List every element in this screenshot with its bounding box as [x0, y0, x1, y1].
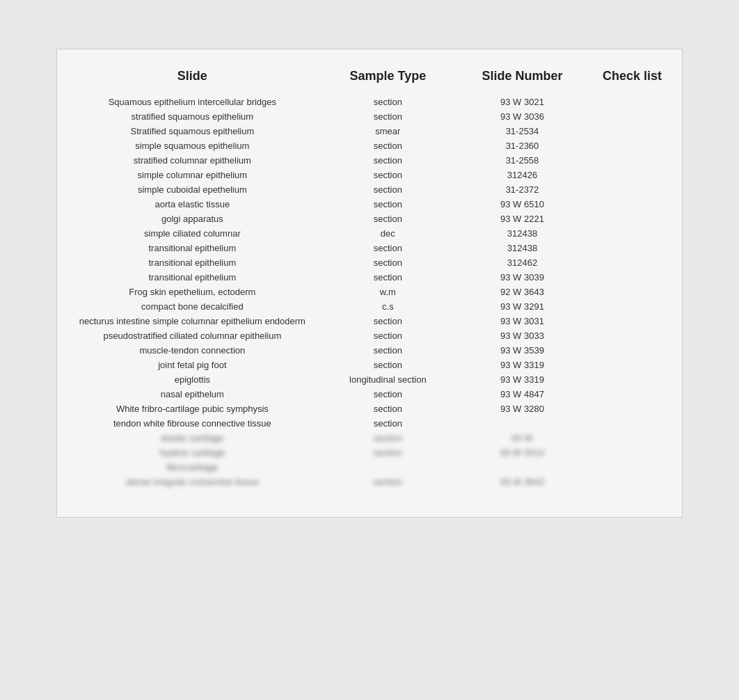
table-row: stratified columnar epithelium section 3… [64, 153, 675, 168]
table-row: White fribro-cartilage pubic symphysis s… [64, 401, 675, 416]
cell-check [589, 358, 675, 372]
cell-sample-type: section [321, 255, 455, 270]
table-row: simple ciliated columnar dec 312438 [64, 226, 675, 241]
cell-slide: aorta elastic tissue [64, 197, 321, 212]
cell-slide-number: 93 W 3014 [455, 445, 589, 460]
cell-slide-number: 93 W 3643 [455, 475, 589, 489]
cell-sample-type: section [321, 445, 455, 460]
cell-sample-type: section [321, 138, 455, 153]
table-row: Squamous epithelium intercellular bridge… [64, 95, 675, 109]
cell-slide: Frog skin epethelium, ectoderm [64, 285, 321, 299]
cell-slide-number: 93 W [455, 431, 589, 445]
cell-check [589, 445, 675, 460]
cell-slide: pseudostratified ciliated columnar epith… [64, 328, 321, 343]
cell-slide-number: 93 W 3039 [455, 270, 589, 285]
table-row: nasal epithelum section 93 W 4847 [64, 387, 675, 401]
table-row: transitional epithelium section 312462 [64, 255, 675, 270]
cell-sample-type: c.s [321, 299, 455, 314]
cell-slide: epiglottis [64, 372, 321, 387]
cell-slide-number: 312438 [455, 241, 589, 255]
cell-slide-number: 93 W 3319 [455, 372, 589, 387]
cell-slide-number: 31-2534 [455, 124, 589, 138]
table-row: compact bone decalcified c.s 93 W 3291 [64, 299, 675, 314]
cell-sample-type: section [321, 343, 455, 358]
cell-slide-number: 312426 [455, 168, 589, 182]
cell-slide-number: 312438 [455, 226, 589, 241]
cell-sample-type: dec [321, 226, 455, 241]
table-row: hyaline cartilage section 93 W 3014 [64, 445, 675, 460]
header-sample-type: Sample Type [321, 63, 455, 95]
cell-sample-type: section [321, 358, 455, 372]
cell-slide-number: 31-2558 [455, 153, 589, 168]
cell-slide: Stratified squamous epithelium [64, 124, 321, 138]
cell-sample-type: section [321, 416, 455, 431]
cell-slide-number: 93 W 3031 [455, 314, 589, 328]
cell-sample-type: smear [321, 124, 455, 138]
cell-slide: transitional epithelium [64, 270, 321, 285]
cell-check [589, 372, 675, 387]
cell-check [589, 431, 675, 445]
cell-slide-number: 93 W 4847 [455, 387, 589, 401]
cell-slide: hyaline cartilage [64, 445, 321, 460]
table-row: muscle-tendon connection section 93 W 35… [64, 343, 675, 358]
cell-sample-type: section [321, 168, 455, 182]
table-row: transitional epithelium section 93 W 303… [64, 270, 675, 285]
cell-check [589, 416, 675, 431]
cell-check [589, 95, 675, 109]
cell-check [589, 343, 675, 358]
cell-sample-type: section [321, 95, 455, 109]
table-row: simple columnar epithelium section 31242… [64, 168, 675, 182]
header-slide: Slide [64, 63, 321, 95]
cell-slide-number: 312462 [455, 255, 589, 270]
cell-slide: compact bone decalcified [64, 299, 321, 314]
slide-table: Slide Sample Type Slide Number Check lis… [64, 63, 675, 489]
cell-slide-number: 92 W 3643 [455, 285, 589, 299]
cell-check [589, 241, 675, 255]
cell-sample-type: section [321, 314, 455, 328]
cell-slide-number [455, 416, 589, 431]
cell-sample-type: section [321, 431, 455, 445]
cell-slide-number: 31-2372 [455, 182, 589, 197]
table-row: tendon white fibrouse connective tissue … [64, 416, 675, 431]
table-row: stratified squamous epithelium section 9… [64, 109, 675, 124]
cell-sample-type: section [321, 212, 455, 226]
cell-slide: muscle-tendon connection [64, 343, 321, 358]
cell-slide: elastic cartilage [64, 431, 321, 445]
table-container: Slide Sample Type Slide Number Check lis… [56, 49, 683, 518]
table-row: dense irregular connective tissue sectio… [64, 475, 675, 489]
cell-slide-number: 93 W 3036 [455, 109, 589, 124]
cell-slide: joint fetal pig foot [64, 358, 321, 372]
cell-slide-number: 93 W 3033 [455, 328, 589, 343]
cell-check [589, 460, 675, 475]
cell-slide: White fribro-cartilage pubic symphysis [64, 401, 321, 416]
cell-check [589, 270, 675, 285]
header-check-list: Check list [589, 63, 675, 95]
cell-slide: necturus intestine simple columnar epith… [64, 314, 321, 328]
cell-slide: simple columnar epithelium [64, 168, 321, 182]
cell-check [589, 226, 675, 241]
table-row: elastic cartilage section 93 W [64, 431, 675, 445]
cell-slide: Squamous epithelium intercellular bridge… [64, 95, 321, 109]
table-row: transitional epithelium section 312438 [64, 241, 675, 255]
cell-slide: golgi apparatus [64, 212, 321, 226]
cell-sample-type: section [321, 197, 455, 212]
cell-slide-number: 31-2360 [455, 138, 589, 153]
table-row: Stratified squamous epithelium smear 31-… [64, 124, 675, 138]
cell-check [589, 212, 675, 226]
table-row: fibrocartilage [64, 460, 675, 475]
cell-slide-number: 93 W 3539 [455, 343, 589, 358]
cell-sample-type: section [321, 475, 455, 489]
cell-sample-type: section [321, 153, 455, 168]
table-row: pseudostratified ciliated columnar epith… [64, 328, 675, 343]
table-row: necturus intestine simple columnar epith… [64, 314, 675, 328]
table-row: Frog skin epethelium, ectoderm w.m 92 W … [64, 285, 675, 299]
cell-check [589, 197, 675, 212]
cell-slide: stratified columnar epithelium [64, 153, 321, 168]
cell-check [589, 328, 675, 343]
cell-slide: transitional epithelium [64, 255, 321, 270]
cell-check [589, 124, 675, 138]
cell-check [589, 475, 675, 489]
cell-slide: fibrocartilage [64, 460, 321, 475]
table-row: epiglottis longitudinal section 93 W 331… [64, 372, 675, 387]
table-row: golgi apparatus section 93 W 2221 [64, 212, 675, 226]
